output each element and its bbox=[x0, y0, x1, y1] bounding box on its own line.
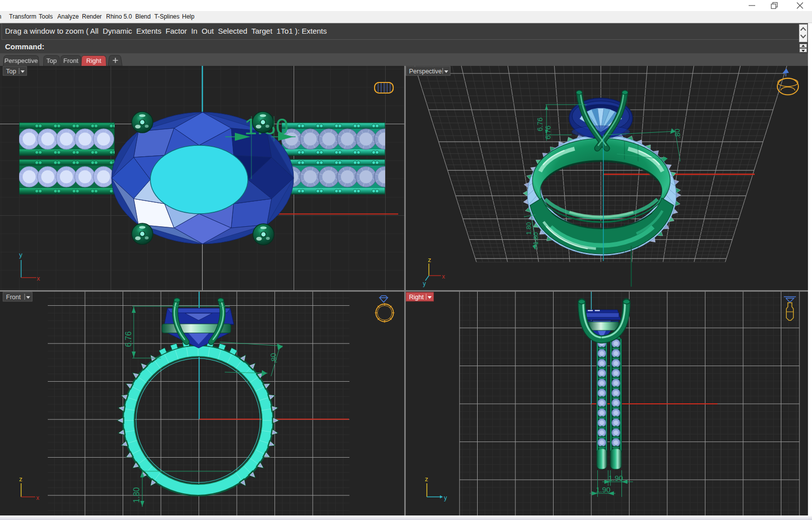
svg-text:Perspective: Perspective bbox=[409, 68, 442, 75]
svg-text:Front: Front bbox=[6, 294, 21, 301]
svg-text:.80: .80 bbox=[673, 128, 682, 139]
svg-text:x: x bbox=[442, 273, 445, 280]
svg-text:Top: Top bbox=[6, 68, 16, 75]
svg-text:.80: .80 bbox=[268, 353, 279, 364]
svg-text:1.80: 1.80 bbox=[525, 222, 532, 235]
svg-text:y: y bbox=[423, 280, 426, 287]
svg-text:y: y bbox=[19, 251, 23, 258]
svg-text:1.80: 1.80 bbox=[532, 232, 539, 245]
svg-text:1.80: 1.80 bbox=[132, 487, 141, 503]
svg-text:x: x bbox=[36, 494, 39, 501]
svg-text:Right: Right bbox=[409, 294, 424, 301]
svg-text:z: z bbox=[19, 475, 23, 483]
svg-text:1.90: 1.90 bbox=[608, 474, 623, 482]
svg-text:6.76: 6.76 bbox=[536, 118, 544, 131]
svg-text:6.76: 6.76 bbox=[124, 331, 133, 347]
svg-text:z: z bbox=[425, 475, 428, 483]
svg-text:y: y bbox=[444, 494, 447, 501]
svg-text:z: z bbox=[428, 256, 431, 264]
svg-text:6.76: 6.76 bbox=[544, 126, 552, 139]
svg-text:1.90: 1.90 bbox=[596, 485, 610, 494]
svg-text:x: x bbox=[37, 275, 40, 282]
